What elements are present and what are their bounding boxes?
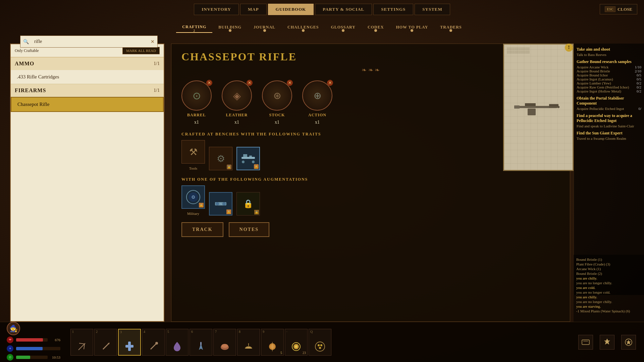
augment-slot-military[interactable]: ⚙ 🔒 — [181, 185, 205, 209]
hp-value: 676 — [50, 338, 60, 342]
quest-bristle: Acquire Bound Bristle 2/10 — [577, 69, 641, 73]
svg-point-4 — [252, 161, 255, 163]
svg-rect-40 — [582, 340, 589, 345]
tab-glossary[interactable]: GLOSSARY — [325, 22, 362, 33]
svg-line-23 — [151, 344, 156, 349]
sub-nav: CRAFTING 2 BUILDING JOURNAL CHALLENGES G… — [0, 19, 644, 36]
svg-point-10 — [222, 202, 226, 205]
augment-slot-1[interactable]: N 🔒 — [209, 192, 232, 216]
bench-slot-3[interactable]: 🔒 — [236, 147, 260, 170]
tab-challenges[interactable]: CHALLENGES — [281, 22, 325, 33]
mp-bar: ✦ — [7, 345, 60, 352]
nav-party[interactable]: PARTY & SOCIAL — [315, 4, 372, 15]
ingredient-barrel: ✕ BARREL x1 — [181, 80, 212, 125]
mark-all-read-button[interactable]: MARK ALL READ — [122, 47, 160, 54]
journal-badge — [263, 29, 266, 32]
quest-peaceful-item: Find a peaceful way to acquire a Pelluci… — [577, 113, 641, 128]
barrel-qty: x1 — [194, 120, 199, 125]
blueprint-panel: ░░░░░░░░░░░░░░░░░░░░░░░░ — [503, 44, 574, 171]
tab-building[interactable]: BUILDING — [212, 22, 248, 33]
augment-1-wrap: N 🔒 — [209, 192, 232, 216]
bottom-hud: 🧙 ❤ 676 ✦ ✿ 10:53 1 — [0, 322, 644, 362]
svg-point-34 — [295, 345, 298, 348]
quest-hollow-sub: Acquire Ingot (Hollow Metal) — [577, 89, 621, 93]
chat-line-9: you are no longer chilly. — [576, 300, 641, 304]
nav-guidebook[interactable]: GUIDEBOOK — [268, 4, 314, 15]
hotbar-num-1: 1 — [72, 330, 74, 334]
chat-line-1: Plant Fibre (Crude) (3) — [576, 262, 641, 266]
hotbar-slot-9[interactable]: 9 5 — [261, 329, 284, 356]
chat-line-5: you are no longer chilly. — [576, 281, 641, 285]
augment-slot-2[interactable]: 🔒 🔒 — [236, 192, 260, 216]
quest-lumber-sub: Acquire Lumber (Yew) — [577, 81, 611, 85]
hotbar-slot-2[interactable]: 2 — [94, 329, 117, 356]
player-stats: 🧙 ❤ 676 ✦ ✿ 10:53 — [0, 319, 67, 362]
firearms-item-0[interactable]: Chassepot Rifle — [11, 97, 164, 112]
hotbar-slot-3[interactable]: 3 — [118, 329, 141, 356]
barrel-icon-circle: ✕ — [181, 80, 212, 111]
hotbar-slot-dot[interactable]: · 23 — [285, 329, 308, 356]
hotbar-slot-5[interactable]: 5 — [166, 329, 189, 356]
hotbar-count-9: 5 — [280, 351, 282, 355]
hotbar-icon-dot — [289, 339, 304, 354]
action-icon-circle: ✕ — [302, 80, 332, 111]
augment-row: ⚙ 🔒 Military N 🔒 — [181, 185, 560, 216]
close-button[interactable]: ESC CLOSE — [600, 4, 637, 14]
nav-inventory[interactable]: INVENTORY — [194, 4, 239, 15]
tab-traders[interactable]: TRADERS — [434, 22, 468, 33]
hotbar-icon-1 — [74, 339, 89, 354]
hotbar-slot-8[interactable]: 8 — [237, 329, 260, 356]
chat-line-7: you are no longer cold. — [576, 290, 641, 294]
mp-bar-bg — [16, 347, 60, 350]
quest-gem-sub: Acquire Raw Gem (Petrified Ichor) — [577, 85, 629, 89]
svg-rect-2 — [249, 156, 252, 157]
svg-point-37 — [318, 344, 320, 346]
search-input[interactable] — [32, 39, 148, 44]
hotbar: 1 2 3 4 5 — [67, 329, 577, 356]
tab-crafting[interactable]: CRAFTING 2 — [176, 22, 212, 33]
firearms-count: 1/1 — [154, 88, 160, 93]
chat-line-0: Bound Bristle (1) — [576, 257, 641, 261]
hotbar-slot-6[interactable]: 6 — [190, 329, 212, 356]
ammo-item-0[interactable]: .433 Rifle Cartridges — [11, 70, 164, 84]
svg-point-27 — [221, 344, 228, 348]
quest-bristle-prog: 2/10 — [635, 69, 641, 73]
svg-text:⚙: ⚙ — [191, 195, 196, 200]
leather-icon — [233, 90, 241, 102]
quest-bristle-sub: Acquire Bound Bristle — [577, 69, 610, 73]
blueprint-inner: ░░░░░░░░░░░░░░░░░░░░░░░░ — [504, 44, 573, 170]
svg-line-19 — [103, 344, 108, 349]
svg-point-3 — [242, 161, 245, 163]
quest-indicator: ! — [565, 44, 573, 52]
nav-map[interactable]: MAP — [240, 4, 267, 15]
stock-label: STOCK — [269, 113, 285, 118]
tab-howtoplay[interactable]: HOW TO PLAY — [390, 22, 434, 33]
aug-1-lock: 🔒 — [226, 209, 231, 214]
right-hud — [577, 335, 644, 350]
hotbar-slot-1[interactable]: 1 — [70, 329, 93, 356]
hotbar-slot-4[interactable]: 4 — [142, 329, 165, 356]
codex-badge — [374, 29, 377, 32]
hotbar-slot-7[interactable]: 7 — [213, 329, 236, 356]
quest-ingot-lac-sub: Acquire Ingot (Lacunus) — [577, 77, 613, 81]
notes-button[interactable]: NOTES — [229, 222, 269, 237]
hotbar-num-3: 3 — [120, 330, 122, 334]
nav-system[interactable]: SYSTEM — [415, 4, 450, 15]
bench-slot-2[interactable]: ⚙ 🔒 — [209, 147, 232, 170]
nav-settings[interactable]: SETTINGS — [373, 4, 413, 15]
bench-slot-3-wrap: 🔒 — [236, 147, 260, 170]
tab-codex[interactable]: CODEX — [362, 22, 390, 33]
quest-ichor: Acquire Bound Ichor 0/5 — [577, 73, 641, 77]
bench-slot-tools[interactable] — [181, 140, 205, 164]
action-qty: x1 — [315, 120, 320, 125]
track-button[interactable]: TRACK — [181, 222, 223, 237]
svg-point-24 — [155, 342, 158, 345]
hotbar-icon-4 — [146, 339, 161, 354]
quest-ichor-prog: 0/5 — [637, 73, 641, 77]
clear-icon[interactable]: ✕ — [148, 39, 157, 45]
tab-journal[interactable]: JOURNAL — [248, 22, 281, 33]
chat-line-3: Bound Bristle (2) — [576, 272, 641, 276]
hotbar-slot-q[interactable]: Q — [309, 329, 331, 356]
svg-point-9 — [216, 202, 219, 205]
hp-bar-bg — [16, 338, 48, 342]
